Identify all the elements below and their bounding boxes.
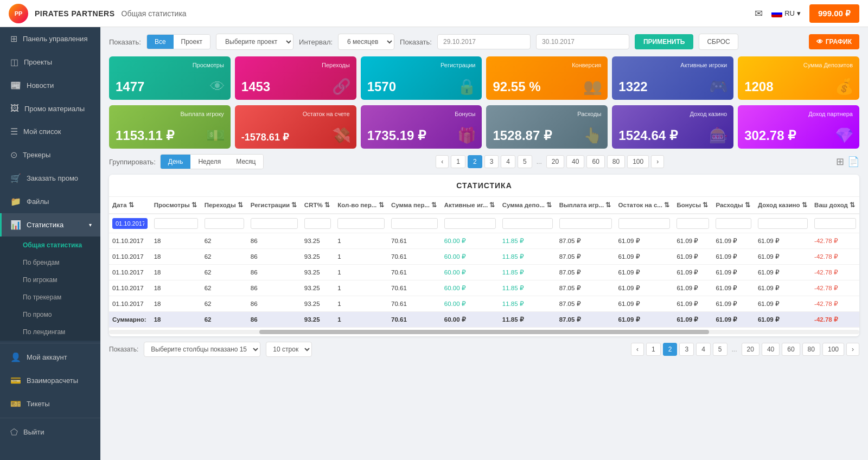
sidebar-item-stats[interactable]: 📊 Статистика ▾ xyxy=(0,213,100,237)
filter-expense-input[interactable] xyxy=(716,218,751,229)
rows-select[interactable]: 10 строк xyxy=(266,342,312,357)
account-icon: 👤 xyxy=(10,352,21,362)
sidebar-sub-brands[interactable]: По брендам xyxy=(0,254,100,271)
filter-balance-input[interactable] xyxy=(618,218,671,229)
filter-deposit-input[interactable] xyxy=(502,218,553,229)
sidebar-sub-promo[interactable]: По промо xyxy=(0,306,100,323)
filter-count-input[interactable] xyxy=(337,218,385,229)
sidebar-item-tickets[interactable]: 🎫 Тикеты xyxy=(0,392,100,416)
page-next-btn[interactable]: › xyxy=(651,155,664,168)
date-to-input[interactable] xyxy=(536,34,629,49)
filter-regs-input[interactable] xyxy=(251,218,298,229)
link-card-icon: 🔗 xyxy=(332,78,351,95)
page-100-bottom-btn[interactable]: 100 xyxy=(822,343,844,356)
chart-button[interactable]: 👁 ГРАФИК xyxy=(809,34,859,49)
th-casino[interactable]: Доход казино ⇅ xyxy=(755,197,811,214)
page-5-btn[interactable]: 5 xyxy=(518,155,532,168)
page-80-bottom-btn[interactable]: 80 xyxy=(802,343,820,356)
page-1-btn[interactable]: 1 xyxy=(451,155,465,168)
sidebar-item-dashboard[interactable]: ⊞ Панель управления xyxy=(0,27,100,50)
th-balance[interactable]: Остаток на с... ⇅ xyxy=(615,197,674,214)
card-bonus: Бонусы 1735.19 ₽ 🎁 xyxy=(361,105,482,149)
page-20-bottom-btn[interactable]: 20 xyxy=(742,343,760,356)
excel-export-icon[interactable]: ⊞ xyxy=(836,156,844,168)
sidebar-item-trackers[interactable]: ⊙ Трекеры xyxy=(0,143,100,167)
page-60-bottom-btn[interactable]: 60 xyxy=(782,343,800,356)
page-80-btn[interactable]: 80 xyxy=(607,155,625,168)
page-40-btn[interactable]: 40 xyxy=(566,155,584,168)
th-date[interactable]: Дата ⇅ xyxy=(109,197,151,214)
columns-select[interactable]: Выберите столбцы показано 15 xyxy=(144,342,260,357)
th-regs[interactable]: Регистрации ⇅ xyxy=(247,197,301,214)
sidebar-item-order-promo[interactable]: 🛒 Заказать промо xyxy=(0,167,100,190)
filter-active-input[interactable] xyxy=(444,218,496,229)
filter-date-input[interactable] xyxy=(112,218,148,229)
btn-week[interactable]: Неделя xyxy=(190,155,228,169)
group-toggle: День Неделя Месяц xyxy=(160,154,264,169)
card-casino-label: Доход казино xyxy=(618,111,727,117)
filter-sum-input[interactable] xyxy=(391,218,438,229)
btn-month[interactable]: Месяц xyxy=(228,155,263,169)
filter-views-input[interactable] xyxy=(154,218,198,229)
page-2-bottom-btn[interactable]: 2 xyxy=(663,343,678,356)
sidebar-item-projects[interactable]: ◫ Проекты xyxy=(0,50,100,74)
page-60-btn[interactable]: 60 xyxy=(586,155,604,168)
filter-clicks-input[interactable] xyxy=(205,218,244,229)
sidebar-sub-players[interactable]: По игрокам xyxy=(0,271,100,289)
horizontal-scrollbar[interactable] xyxy=(109,330,859,334)
filter-payout-input[interactable] xyxy=(559,218,612,229)
th-deposit[interactable]: Сумма депо... ⇅ xyxy=(499,197,556,214)
page-prev-bottom-btn[interactable]: ‹ xyxy=(631,343,644,356)
th-payout[interactable]: Выплата игр... ⇅ xyxy=(556,197,615,214)
th-income[interactable]: Ваш доход ⇅ xyxy=(811,197,859,214)
mail-icon[interactable]: ✉ xyxy=(755,8,763,20)
th-crt[interactable]: CRT% ⇅ xyxy=(301,197,335,214)
th-clicks[interactable]: Переходы ⇅ xyxy=(201,197,247,214)
page-4-bottom-btn[interactable]: 4 xyxy=(696,343,711,356)
interval-select[interactable]: 6 месяцев xyxy=(338,34,394,50)
btn-day[interactable]: День xyxy=(161,155,191,169)
page-4-btn[interactable]: 4 xyxy=(501,155,515,168)
sidebar-sub-landings[interactable]: По лендингам xyxy=(0,323,100,341)
th-expense[interactable]: Расходы ⇅ xyxy=(712,197,755,214)
filter-bonus-input[interactable] xyxy=(676,218,709,229)
pdf-export-icon[interactable]: 📄 xyxy=(847,156,859,168)
sidebar-item-account[interactable]: 👤 Мой аккаунт xyxy=(0,346,100,369)
sidebar-item-logout[interactable]: ⬠ Выйти xyxy=(0,420,100,444)
sidebar-sub-trackers[interactable]: По трекерам xyxy=(0,289,100,306)
th-bonus[interactable]: Бонусы ⇅ xyxy=(673,197,712,214)
filter-crt-input[interactable] xyxy=(304,218,331,229)
th-count[interactable]: Кол-во пер... ⇅ xyxy=(334,197,388,214)
page-40-bottom-btn[interactable]: 40 xyxy=(762,343,780,356)
th-views[interactable]: Просмотры ⇅ xyxy=(151,197,201,214)
sidebar-sub-general[interactable]: Общая статистика xyxy=(0,237,100,254)
sidebar-item-payments[interactable]: 💳 Взаиморасчеты xyxy=(0,369,100,392)
page-prev-btn[interactable]: ‹ xyxy=(436,155,449,168)
sidebar-item-promo[interactable]: 🖼 Промо материалы xyxy=(0,97,100,120)
page-3-bottom-btn[interactable]: 3 xyxy=(679,343,694,356)
lang-selector[interactable]: RU ▾ xyxy=(771,9,801,17)
sidebar-item-mylist[interactable]: ☰ Мой список xyxy=(0,120,100,143)
btn-all[interactable]: Все xyxy=(147,35,174,49)
project-select[interactable]: Выберите проект xyxy=(216,34,293,50)
cell-date: 01.10.2017 xyxy=(109,296,151,312)
page-100-btn[interactable]: 100 xyxy=(627,155,649,168)
th-sum[interactable]: Сумма пер... ⇅ xyxy=(388,197,441,214)
filter-casino-input[interactable] xyxy=(758,218,808,229)
page-3-btn[interactable]: 3 xyxy=(484,155,499,168)
reset-button[interactable]: СБРОС xyxy=(699,34,738,50)
sidebar-item-news[interactable]: 📰 Новости xyxy=(0,74,100,97)
filter-income-input[interactable] xyxy=(814,218,856,229)
page-next-bottom-btn[interactable]: › xyxy=(846,343,859,356)
sidebar-label-news: Новости xyxy=(27,81,54,90)
page-1-bottom-btn[interactable]: 1 xyxy=(646,343,661,356)
th-active[interactable]: Активные иг... ⇅ xyxy=(441,197,499,214)
apply-button[interactable]: ПРИМЕНИТЬ xyxy=(635,34,694,49)
page-5-bottom-btn[interactable]: 5 xyxy=(713,343,727,356)
date-from-input[interactable] xyxy=(437,34,531,49)
balance-button[interactable]: 999.00 ₽ xyxy=(809,4,859,23)
btn-project[interactable]: Проект xyxy=(174,35,210,49)
page-2-btn[interactable]: 2 xyxy=(468,155,482,168)
sidebar-item-files[interactable]: 📁 Файлы xyxy=(0,190,100,213)
page-20-btn[interactable]: 20 xyxy=(546,155,564,168)
